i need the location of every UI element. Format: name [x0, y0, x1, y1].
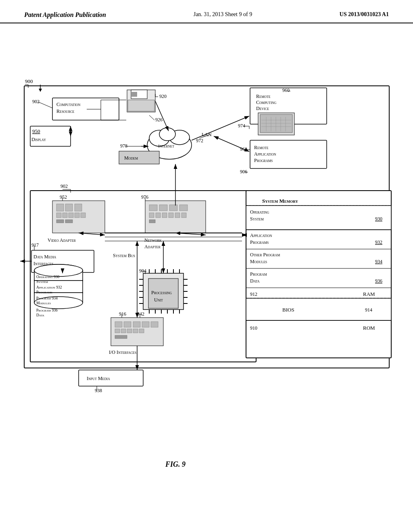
- svg-text:System: System: [36, 280, 48, 284]
- svg-text:BIOS: BIOS: [282, 307, 294, 313]
- svg-text:Video Adapter: Video Adapter: [48, 237, 76, 243]
- svg-rect-102: [63, 213, 67, 218]
- svg-text:936: 936: [375, 278, 382, 284]
- svg-rect-169: [142, 322, 149, 327]
- svg-text:960: 960: [282, 87, 290, 93]
- svg-text:RAM: RAM: [363, 291, 375, 297]
- svg-text:932: 932: [375, 239, 382, 245]
- svg-text:System Memory: System Memory: [262, 198, 298, 204]
- svg-rect-166: [115, 322, 122, 327]
- svg-text:Remote: Remote: [254, 145, 269, 150]
- svg-rect-122: [149, 220, 155, 223]
- svg-rect-175: [139, 329, 144, 333]
- svg-text:Application  932: Application 932: [36, 285, 62, 289]
- svg-text:Data Media: Data Media: [33, 254, 56, 260]
- patent-header: Patent Application Publication Jan. 31, …: [0, 0, 413, 23]
- svg-text:Display: Display: [31, 137, 46, 142]
- svg-text:Resource: Resource: [56, 108, 75, 114]
- svg-text:Programs: Programs: [36, 290, 52, 294]
- svg-rect-174: [133, 329, 138, 333]
- svg-rect-119: [169, 213, 173, 218]
- svg-rect-46: [260, 114, 292, 133]
- svg-rect-172: [121, 329, 126, 333]
- svg-text:Device: Device: [256, 106, 269, 111]
- figure-area: text { font-family: 'Times New Roman', T…: [0, 23, 413, 491]
- svg-text:930: 930: [375, 216, 382, 222]
- svg-text:Adapter: Adapter: [144, 244, 161, 249]
- svg-text:952: 952: [60, 194, 67, 200]
- svg-text:902: 902: [60, 183, 68, 189]
- header-right: US 2013/0031023 A1: [340, 11, 389, 18]
- svg-text:Unit: Unit: [154, 297, 163, 303]
- svg-text:914: 914: [365, 307, 372, 313]
- svg-rect-168: [133, 322, 140, 327]
- svg-rect-22: [131, 92, 137, 97]
- svg-text:Computation: Computation: [56, 102, 81, 107]
- svg-text:Operating  930: Operating 930: [36, 275, 60, 279]
- diagram-svg: text { font-family: 'Times New Roman', T…: [0, 23, 413, 491]
- svg-rect-98: [56, 204, 64, 211]
- svg-rect-104: [75, 213, 79, 218]
- svg-text:Network: Network: [144, 237, 162, 243]
- svg-text:Application: Application: [254, 151, 276, 157]
- svg-rect-171: [115, 329, 120, 333]
- svg-text:Program: Program: [250, 271, 267, 277]
- svg-point-32: [159, 128, 175, 141]
- svg-text:ROM: ROM: [363, 325, 375, 331]
- svg-rect-112: [149, 205, 157, 211]
- svg-text:Modules: Modules: [250, 259, 267, 264]
- svg-rect-167: [124, 322, 131, 327]
- svg-text:900: 900: [25, 78, 33, 84]
- svg-rect-117: [156, 213, 161, 218]
- svg-text:942: 942: [137, 311, 144, 317]
- svg-rect-170: [151, 322, 158, 327]
- svg-text:Remote: Remote: [256, 94, 271, 99]
- svg-text:920: 920: [159, 94, 167, 99]
- svg-rect-101: [56, 213, 61, 218]
- svg-text:912: 912: [250, 291, 257, 297]
- svg-rect-121: [181, 213, 186, 218]
- svg-text:Program   934: Program 934: [36, 296, 58, 300]
- svg-text:Data: Data: [36, 313, 44, 317]
- svg-rect-99: [65, 204, 73, 211]
- svg-text:Computing: Computing: [256, 100, 276, 105]
- svg-rect-106: [56, 220, 64, 223]
- svg-text:917: 917: [31, 242, 39, 248]
- svg-text:FIG. 9: FIG. 9: [165, 460, 186, 468]
- svg-rect-23: [128, 100, 154, 111]
- svg-rect-114: [169, 205, 177, 211]
- svg-rect-107: [65, 220, 73, 223]
- svg-text:972: 972: [196, 138, 203, 143]
- svg-text:I/O Interfaces: I/O Interfaces: [109, 349, 136, 355]
- svg-text:Operating: Operating: [250, 209, 269, 215]
- header-center: Jan. 31, 2013 Sheet 9 of 9: [194, 11, 252, 18]
- svg-text:Programs: Programs: [254, 158, 273, 163]
- svg-rect-113: [159, 205, 167, 211]
- svg-rect-100: [75, 204, 82, 211]
- svg-text:Other Program: Other Program: [250, 252, 280, 258]
- svg-text:Processing: Processing: [151, 290, 172, 295]
- svg-text:976: 976: [141, 194, 148, 200]
- svg-rect-103: [69, 213, 73, 218]
- header-left: Patent Application Publication: [24, 11, 106, 19]
- svg-text:902: 902: [32, 99, 40, 104]
- svg-text:926: 926: [155, 117, 163, 123]
- svg-rect-115: [179, 205, 188, 211]
- svg-text:974: 974: [238, 123, 245, 129]
- svg-text:Program   936: Program 936: [36, 308, 58, 312]
- svg-rect-118: [162, 213, 167, 218]
- svg-text:Input Media: Input Media: [87, 376, 110, 381]
- svg-text:Internet: Internet: [158, 143, 174, 148]
- svg-text:950: 950: [32, 128, 40, 134]
- svg-text:Modules: Modules: [36, 301, 51, 305]
- svg-text:934: 934: [375, 259, 382, 264]
- svg-text:System: System: [250, 216, 264, 222]
- svg-text:910: 910: [250, 325, 257, 331]
- svg-text:Modem: Modem: [124, 155, 138, 161]
- svg-rect-176: [115, 335, 127, 339]
- svg-text:938: 938: [95, 388, 102, 393]
- svg-text:906: 906: [240, 169, 247, 175]
- svg-text:Application: Application: [250, 233, 272, 238]
- svg-text:978: 978: [120, 143, 127, 149]
- svg-text:Data: Data: [250, 278, 260, 284]
